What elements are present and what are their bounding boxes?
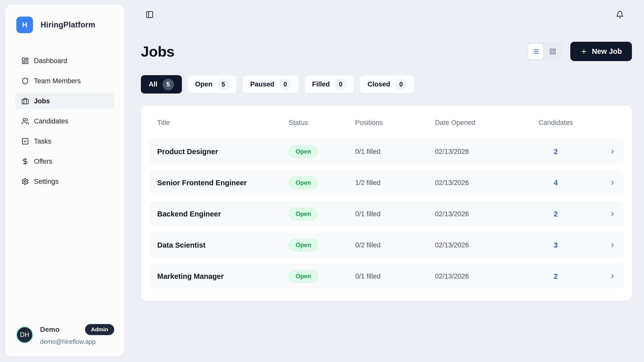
new-job-label: New Job [592,47,622,56]
avatar-initials: DH [20,331,29,338]
sidebar-item-tasks[interactable]: Tasks [15,133,114,149]
sidebar-column: H HiringPlatform Dashboard Team Members [0,0,129,362]
user-email: demo@hireflow.app [40,338,114,345]
list-view-button[interactable] [528,44,543,59]
job-title: Data Scientist [157,241,289,249]
brand-name: HiringPlatform [41,20,95,29]
filter-tab-closed[interactable]: Closed 0 [360,75,415,94]
job-title: Product Designer [157,148,289,156]
table-rows: Product Designer Open 0/1 filled 02/13/2… [149,139,623,289]
users-icon [21,117,29,125]
job-positions: 0/2 filled [355,241,435,249]
topbar [129,0,644,29]
filter-label: Closed [368,80,390,88]
new-job-button[interactable]: New Job [570,42,632,61]
filter-tab-all[interactable]: All 5 [141,75,182,94]
status-badge: Open [289,208,318,220]
sidebar-user-card[interactable]: DH Demo Admin demo@hireflow.app [5,324,124,356]
panel-left-icon [146,11,154,19]
chevron-right-icon[interactable] [576,179,616,186]
content: Jobs [129,29,644,301]
chevron-right-icon[interactable] [576,148,616,155]
bell-icon [616,11,624,19]
sidebar-item-label: Settings [34,178,59,186]
job-status-cell: Open [289,270,355,283]
job-candidates-count[interactable]: 2 [535,210,576,218]
status-badge: Open [289,145,318,158]
column-header-date-opened: Date Opened [435,119,535,127]
filter-tab-open[interactable]: Open 5 [187,75,237,94]
chevron-right-icon[interactable] [576,242,616,248]
grid-view-button[interactable] [545,44,560,59]
column-header-candidates: Candidates [535,119,576,127]
title-actions: New Job [526,42,632,61]
title-row: Jobs [141,42,632,61]
sidebar-item-offers[interactable]: Offers [15,153,114,169]
gear-icon [21,178,29,185]
page-title: Jobs [141,43,174,60]
job-positions: 0/1 filled [355,210,435,218]
list-icon [532,48,539,55]
table-row[interactable]: Backend Engineer Open 0/1 filled 02/13/2… [149,202,623,226]
chevron-right-icon[interactable] [576,211,616,217]
job-candidates-count[interactable]: 3 [535,241,576,249]
job-positions: 0/1 filled [355,273,435,280]
sidebar-item-label: Offers [34,158,52,165]
filter-label: Open [195,80,213,88]
sidebar-item-jobs[interactable]: Jobs [15,93,114,109]
sidebar-item-settings[interactable]: Settings [15,173,114,190]
filter-count-badge: 0 [395,79,407,90]
status-badge: Open [289,239,318,251]
job-date-opened: 02/13/2026 [435,179,535,187]
check-square-icon [21,138,29,145]
job-date-opened: 02/13/2026 [435,273,535,280]
filter-tab-paused[interactable]: Paused 0 [243,75,299,94]
app: H HiringPlatform Dashboard Team Members [0,0,644,362]
job-status-cell: Open [289,208,355,220]
sidebar-item-label: Team Members [34,77,81,85]
table-row[interactable]: Senior Frontend Engineer Open 1/2 filled… [149,170,623,195]
sidebar-item-label: Tasks [34,138,51,145]
filter-tab-filled[interactable]: Filled 0 [304,75,354,94]
job-positions: 1/2 filled [355,179,435,187]
job-candidates-count[interactable]: 4 [535,179,576,187]
job-candidates-count[interactable]: 2 [535,148,576,156]
brand: H HiringPlatform [5,5,124,33]
brand-logo-letter: H [22,21,27,29]
column-header-status: Status [289,119,355,127]
job-status-cell: Open [289,176,355,189]
job-positions: 0/1 filled [355,148,435,156]
view-toggle [526,42,562,61]
main-area: Jobs [129,0,644,362]
job-candidates-count[interactable]: 2 [535,272,576,281]
column-header-title: Title [157,119,289,127]
sidebar-item-team-members[interactable]: Team Members [15,73,114,89]
chevron-right-icon[interactable] [576,273,616,280]
sidebar-toggle-button[interactable] [145,10,155,20]
job-status-cell: Open [289,145,355,158]
job-title: Backend Engineer [157,210,289,218]
job-date-opened: 02/13/2026 [435,241,535,249]
user-name: Demo [40,326,60,334]
sidebar-item-dashboard[interactable]: Dashboard [15,53,114,69]
filter-count-badge: 0 [335,79,346,90]
filter-label: Filled [312,80,330,88]
jobs-table-card: Title Status Positions Date Opened Candi… [141,106,632,301]
job-title: Marketing Manager [157,272,289,281]
dollar-icon [21,158,29,165]
filter-count-badge: 5 [218,79,229,90]
brand-logo-icon: H [16,17,33,33]
sidebar-item-candidates[interactable]: Candidates [15,113,114,129]
sidebar-item-label: Dashboard [34,57,67,65]
job-status-cell: Open [289,239,355,251]
filter-label: All [149,80,157,88]
job-date-opened: 02/13/2026 [435,148,535,156]
table-row[interactable]: Marketing Manager Open 0/1 filled 02/13/… [149,264,623,289]
notifications-button[interactable] [615,10,625,20]
table-row[interactable]: Product Designer Open 0/1 filled 02/13/2… [149,139,623,164]
column-header-positions: Positions [355,119,435,127]
table-row[interactable]: Data Scientist Open 0/2 filled 02/13/202… [149,233,623,257]
table-header-row: Title Status Positions Date Opened Candi… [149,116,623,130]
layout-dashboard-icon [21,57,29,65]
user-info: Demo Admin demo@hireflow.app [40,324,114,345]
